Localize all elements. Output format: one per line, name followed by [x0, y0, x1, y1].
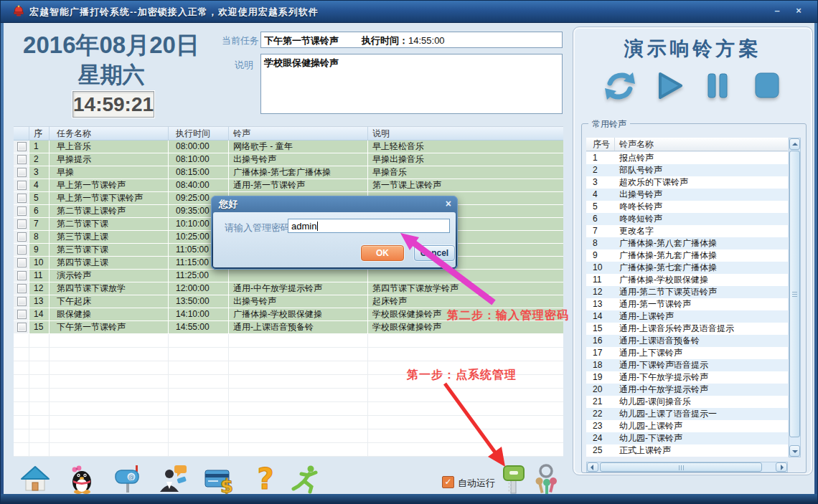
system-manage-button[interactable] — [502, 464, 527, 495]
row-checkbox-cell — [14, 308, 29, 320]
ringtone-name: 广播体操-第七套广播体操 — [615, 262, 717, 274]
scroll-left-icon[interactable] — [587, 462, 598, 472]
vscroll-thumb[interactable] — [789, 151, 800, 437]
ringtone-vscrollbar[interactable] — [789, 138, 801, 457]
pause-button[interactable] — [700, 69, 735, 106]
table-row[interactable]: 11 演示铃声 11:25:00 — [14, 270, 563, 282]
ringtone-list-item[interactable]: 21 幼儿园-课间操音乐 — [586, 396, 788, 408]
cell-task-name: 下午起床 — [50, 295, 169, 308]
keyring-button[interactable] — [532, 464, 560, 497]
row-checkbox[interactable] — [17, 219, 27, 229]
ringtone-list-item[interactable]: 23 幼儿园-上课铃声 — [586, 420, 788, 432]
ringtone-list-item[interactable]: 19 通用-下午放学提示铃声 — [586, 371, 788, 384]
ringtone-num: 8 — [586, 237, 615, 249]
ringtone-list-item[interactable]: 12 通用-第二节下课英语铃声 — [586, 286, 788, 298]
password-input-value: admin — [291, 221, 316, 232]
cell-num: 13 — [29, 295, 50, 308]
row-checkbox[interactable] — [17, 245, 27, 255]
ringtone-list-item[interactable]: 4 出操号铃声 — [586, 189, 788, 201]
ringtone-name: 幼儿园-课间操音乐 — [615, 396, 691, 408]
table-row[interactable]: 13 下午起床 13:50:00 出操号铃声 起床铃声 — [14, 295, 563, 308]
ringtone-list-item[interactable]: 10 广播体操-第七套广播体操 — [586, 262, 788, 274]
table-row[interactable]: 3 早操 08:15:00 广播体操-第七套广播体操 早操音乐 — [14, 166, 563, 179]
qq-button[interactable] — [66, 463, 98, 495]
help-button[interactable]: ? — [249, 463, 281, 495]
contact-button[interactable] — [158, 463, 189, 495]
cancel-button[interactable]: Cancel — [414, 245, 455, 261]
table-row[interactable]: 12 第四节课下课放学 12:00:00 通用-中午放学提示铃声 第四节课下课放… — [14, 282, 563, 295]
ringtone-list-item[interactable]: 15 通用-上课音乐铃声及语音提示 — [586, 323, 788, 335]
cell-task-name: 早操 — [50, 166, 169, 179]
scroll-down-icon[interactable] — [789, 445, 800, 457]
ringtone-hscrollbar[interactable] — [586, 462, 788, 472]
row-checkbox[interactable] — [17, 271, 27, 280]
cell-description: 早操音乐 — [368, 166, 563, 179]
dialog-close-icon[interactable]: × — [446, 198, 451, 209]
ringtone-list-item[interactable]: 14 通用-上课铃声 — [586, 310, 788, 323]
table-row[interactable]: 4 早上第一节课铃声 08:40:00 通用-第一节课铃声 第一节课上课铃声 — [14, 179, 563, 191]
ringtone-list-item[interactable]: 18 通用-下课铃声语音提示 — [586, 359, 788, 371]
ok-button[interactable]: OK — [361, 245, 404, 261]
stop-button[interactable] — [749, 69, 784, 106]
home-button[interactable] — [19, 463, 51, 495]
table-row[interactable]: 1 早上音乐 08:00:00 网络歌手 - 童年 早上轻松音乐 — [14, 141, 563, 153]
password-input[interactable]: admin — [288, 219, 450, 233]
row-checkbox[interactable] — [17, 323, 27, 332]
ringtone-list-item[interactable]: 17 通用-上下课铃声 — [586, 347, 788, 359]
ringtone-list-item[interactable]: 8 广播体操-第八套广播体操 — [586, 237, 788, 249]
row-checkbox[interactable] — [17, 181, 27, 190]
close-button[interactable]: × — [791, 4, 806, 17]
ringtone-list-item[interactable]: 25 正式上课铃声 — [586, 444, 788, 457]
scroll-up-icon[interactable] — [789, 138, 800, 150]
current-task-field[interactable]: 下午第一节课铃声 执行时间：14:55:00 — [260, 32, 563, 48]
ringtone-list-item[interactable]: 9 广播体操-第九套广播体操 — [586, 249, 788, 262]
auto-run-checkbox[interactable]: ✓ — [442, 476, 454, 488]
row-checkbox[interactable] — [17, 310, 27, 319]
ringtone-group-label: 常用铃声 — [588, 118, 630, 130]
scroll-right-icon[interactable] — [776, 462, 787, 472]
table-row[interactable]: 2 早操提示 08:10:00 出操号铃声 早操出操音乐 — [14, 153, 563, 166]
row-checkbox[interactable] — [17, 168, 27, 177]
current-time: 14:59:21 — [72, 91, 154, 118]
row-checkbox[interactable] — [17, 232, 27, 242]
ringtone-name: 超欢乐的下课铃声 — [615, 176, 688, 189]
ringtone-list-item[interactable]: 5 咚咚长铃声 — [586, 201, 788, 213]
row-checkbox[interactable] — [17, 297, 27, 306]
ringtone-list-item[interactable]: 13 通用-第一节课铃声 — [586, 298, 788, 310]
ringtone-list-item[interactable]: 6 咚咚短铃声 — [586, 213, 788, 225]
mailbox-button[interactable]: @ — [112, 463, 144, 495]
cell-task-name: 第三节课下课 — [50, 244, 169, 256]
ringtone-list-item[interactable]: 20 通用-中午放学提示铃声 — [586, 384, 788, 396]
cell-ringtone: 通用-第一节课铃声 — [229, 179, 368, 191]
payment-button[interactable]: $ — [204, 463, 235, 495]
hscroll-thumb[interactable] — [600, 462, 762, 472]
ringtone-list-item[interactable]: 3 超欢乐的下课铃声 — [586, 176, 788, 189]
ringtone-list-item[interactable]: 2 部队号铃声 — [586, 164, 788, 176]
ringtone-list-item[interactable]: 1 报点铃声 — [586, 152, 788, 164]
cell-num: 2 — [29, 153, 50, 166]
ringtone-list-item[interactable]: 24 幼儿园-下课铃声 — [586, 432, 788, 444]
header-name: 任务名称 — [50, 127, 169, 140]
ringtone-list-item[interactable]: 7 更改名字 — [586, 225, 788, 237]
minimize-button[interactable]: – — [770, 4, 784, 17]
titlebar: 宏越智能广播打铃系统--加密锁接入正常，欢迎使用宏越系列软件 – × — [1, 1, 817, 23]
svg-text:?: ? — [257, 463, 273, 495]
play-button[interactable] — [652, 69, 686, 106]
cell-num: 11 — [29, 270, 50, 282]
exit-button[interactable] — [289, 463, 321, 495]
ringtone-list-item[interactable]: 16 通用-上课语音预备铃 — [586, 335, 788, 347]
description-field[interactable]: 学校眼保健操铃声 — [260, 54, 563, 114]
row-checkbox[interactable] — [17, 155, 27, 164]
ringtone-list-item[interactable]: 22 幼儿园-上课了语音提示一 — [586, 408, 788, 420]
row-checkbox[interactable] — [17, 258, 27, 267]
ringtone-name: 报点铃声 — [615, 152, 654, 164]
refresh-button[interactable] — [603, 69, 637, 106]
row-checkbox[interactable] — [17, 142, 27, 151]
running-man-icon — [293, 466, 316, 493]
row-checkbox[interactable] — [17, 284, 27, 293]
row-checkbox[interactable] — [17, 206, 27, 216]
ringtone-list-item[interactable]: 11 广播体操-学校眼保健操 — [586, 274, 788, 286]
current-date: 2016年08月20日 — [14, 29, 209, 62]
row-checkbox[interactable] — [17, 194, 27, 203]
cell-num: 12 — [29, 282, 50, 295]
